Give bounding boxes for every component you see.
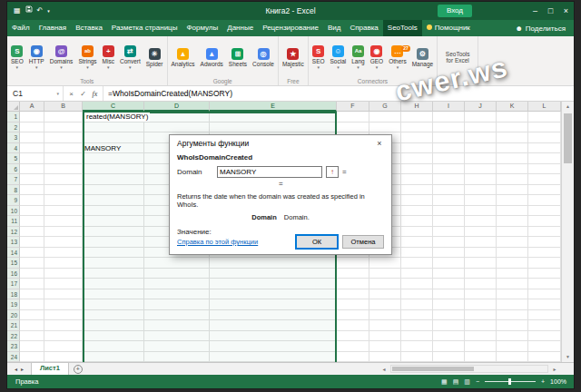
zoom-in-icon[interactable]: + (541, 378, 545, 385)
cell-L5[interactable] (528, 153, 561, 164)
row-header-13[interactable]: 13 (7, 237, 20, 248)
row-header-7[interactable]: 7 (7, 174, 20, 185)
tab-data[interactable]: Данные (222, 20, 258, 36)
undo-icon[interactable]: ↶ (37, 2, 44, 20)
cell-E20[interactable] (210, 310, 337, 321)
cell-I18[interactable] (433, 289, 465, 300)
row-header-12[interactable]: 12 (7, 227, 20, 238)
horizontal-scrollbar[interactable]: ◂ ▸ (379, 363, 574, 375)
cell-K5[interactable] (497, 153, 528, 164)
cell-B4[interactable] (44, 143, 83, 154)
cell-B17[interactable] (44, 279, 83, 289)
cell-L21[interactable] (528, 320, 561, 331)
cell-A23[interactable] (20, 341, 44, 352)
maximize-button[interactable]: □ (543, 2, 558, 20)
cell-C3[interactable] (83, 132, 144, 143)
column-header-F[interactable]: F (337, 102, 369, 112)
cell-K6[interactable] (497, 164, 528, 175)
cell-J19[interactable] (465, 299, 497, 310)
cell-C22[interactable] (83, 331, 144, 342)
insert-function-icon[interactable]: fx (89, 90, 101, 98)
cell-I9[interactable] (433, 195, 465, 206)
cell-L15[interactable] (528, 258, 561, 269)
tab-insert[interactable]: Вставка (71, 20, 107, 36)
cell-C21[interactable] (83, 320, 144, 331)
cell-B21[interactable] (44, 320, 83, 331)
cell-K13[interactable] (497, 237, 528, 248)
cell-I21[interactable] (433, 320, 465, 331)
cell-B11[interactable] (44, 216, 83, 227)
cell-J17[interactable] (465, 279, 497, 289)
tab-file[interactable]: Файл (7, 20, 34, 36)
ribbon-button-http[interactable]: ◉HTTP▾ (26, 44, 47, 70)
cell-D2[interactable] (144, 122, 210, 133)
ribbon-button-console[interactable]: ◎Console (250, 47, 277, 68)
row-header-17[interactable]: 17 (7, 279, 20, 289)
cell-J22[interactable] (465, 331, 497, 342)
cell-H13[interactable] (401, 237, 433, 248)
cell-B24[interactable] (44, 352, 83, 363)
cell-H23[interactable] (401, 341, 433, 352)
cell-G19[interactable] (369, 299, 401, 310)
cell-A14[interactable] (20, 248, 44, 259)
column-header-K[interactable]: K (497, 102, 528, 112)
cell-G22[interactable] (369, 331, 401, 342)
cell-A4[interactable] (20, 143, 44, 154)
zoom-slider[interactable] (485, 381, 536, 382)
cell-B18[interactable] (44, 289, 83, 300)
cell-F23[interactable] (337, 341, 369, 352)
cell-L7[interactable] (528, 174, 561, 185)
cell-E15[interactable] (210, 258, 337, 269)
cell-C24[interactable] (83, 352, 144, 363)
cell-L6[interactable] (528, 164, 561, 175)
cell-L18[interactable] (528, 289, 561, 300)
cell-K18[interactable] (497, 289, 528, 300)
cell-L22[interactable] (528, 331, 561, 342)
cell-G1[interactable] (369, 112, 401, 122)
cell-J14[interactable] (465, 248, 497, 259)
cell-J6[interactable] (465, 164, 497, 175)
cell-C7[interactable] (83, 174, 144, 185)
cell-G23[interactable] (369, 341, 401, 352)
cell-E22[interactable] (210, 331, 337, 342)
sheet-next-icon[interactable]: ▸ (21, 366, 24, 372)
row-header-22[interactable]: 22 (7, 331, 20, 342)
cell-K2[interactable] (497, 122, 528, 133)
ok-button[interactable]: ОК (296, 235, 338, 249)
cell-K4[interactable] (497, 143, 528, 154)
cell-A5[interactable] (20, 153, 44, 164)
cell-I6[interactable] (433, 164, 465, 175)
cell-J13[interactable] (465, 237, 497, 248)
cell-C12[interactable] (83, 227, 144, 238)
cell-A19[interactable] (20, 299, 44, 310)
cell-K19[interactable] (497, 299, 528, 310)
row-header-1[interactable]: 1 (7, 112, 20, 122)
tab-seotools[interactable]: SeoTools (383, 20, 422, 36)
enter-entry-icon[interactable]: ✓ (77, 90, 89, 98)
ribbon-button-strings[interactable]: abStrings▾ (75, 44, 99, 70)
cell-K8[interactable] (497, 185, 528, 196)
column-header-A[interactable]: A (20, 102, 44, 112)
cell-L3[interactable] (528, 132, 561, 143)
ribbon-button-social[interactable]: ☺Social▾ (328, 44, 350, 70)
cell-E1[interactable] (210, 112, 337, 122)
row-header-15[interactable]: 15 (7, 258, 20, 269)
cell-H7[interactable] (401, 174, 433, 185)
vertical-scrollbar-thumb[interactable] (564, 113, 572, 163)
cell-C14[interactable] (83, 248, 144, 259)
tab-home[interactable]: Главная (34, 20, 71, 36)
ribbon-button-convert[interactable]: ⇄Convert▾ (117, 44, 143, 70)
cell-F22[interactable] (337, 331, 369, 342)
row-header-19[interactable]: 19 (7, 299, 20, 310)
cell-D24[interactable] (144, 352, 210, 363)
cell-K3[interactable] (497, 132, 528, 143)
cell-E23[interactable] (210, 341, 337, 352)
cell-I8[interactable] (433, 185, 465, 196)
tab-help[interactable]: Справка (345, 20, 382, 36)
name-box[interactable]: C1 ▾ (7, 86, 64, 101)
cell-I13[interactable] (433, 237, 465, 248)
cell-L23[interactable] (528, 341, 561, 352)
cell-L8[interactable] (528, 185, 561, 196)
cell-C23[interactable] (83, 341, 144, 352)
cell-B6[interactable] (44, 164, 83, 175)
